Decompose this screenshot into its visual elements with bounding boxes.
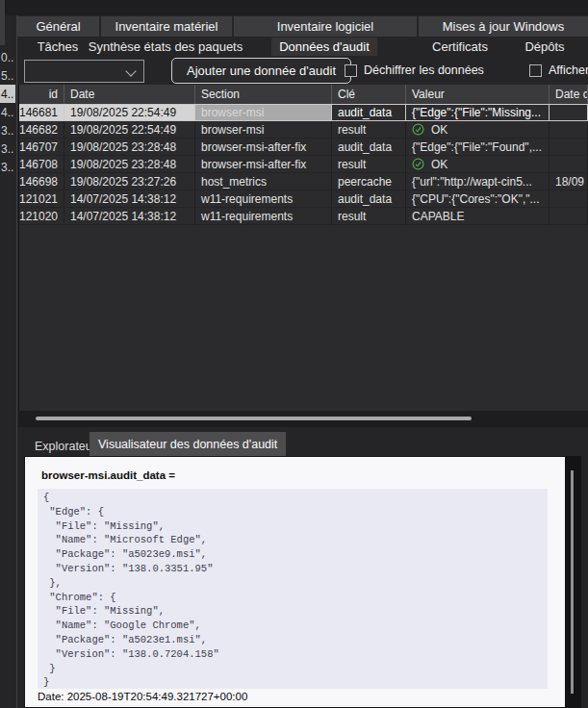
cell-id: 121021 bbox=[19, 190, 64, 208]
table-row-selected[interactable]: 146681 19/08/2025 22:54:49 browser-msi a… bbox=[19, 104, 588, 121]
checkbox-icon[interactable] bbox=[529, 64, 542, 77]
ok-check-icon bbox=[412, 158, 424, 170]
top-bar bbox=[0, 0, 588, 15]
list-item[interactable]: 3.. bbox=[0, 139, 15, 158]
cell-key: result bbox=[332, 121, 406, 139]
cell-value: {"CPU":{"Cores":"OK","... bbox=[406, 190, 550, 208]
table-row[interactable]: 146707 19/08/2025 23:28:48 browser-msi-a… bbox=[19, 139, 588, 156]
cell-date: 19/08/2025 23:27:26 bbox=[64, 173, 195, 190]
add-audit-data-button[interactable]: Ajouter une donnée d'audit bbox=[171, 58, 351, 84]
checkbox-label: Afficher bbox=[549, 63, 588, 77]
cell-date: 19/08/2025 22:54:49 bbox=[64, 104, 195, 121]
cell-section: browser-msi bbox=[195, 121, 332, 139]
cell-id: 146708 bbox=[19, 156, 64, 173]
cell-id: 146681 bbox=[19, 104, 64, 121]
cell-date2 bbox=[550, 121, 588, 139]
column-header-date-c[interactable]: Date c bbox=[550, 85, 588, 104]
cell-value: {"url":"http://wapt-cin5... bbox=[406, 173, 550, 190]
show-checkbox[interactable]: Afficher bbox=[529, 63, 588, 78]
cell-value: {"Edge":{"File":"Missing... bbox=[406, 104, 550, 121]
tab-mises-a-jour-windows[interactable]: Mises à jour Windows bbox=[419, 16, 588, 37]
cell-date: 19/08/2025 22:54:49 bbox=[64, 121, 195, 139]
table-row[interactable]: 121020 14/07/2025 14:38:12 w11-requireme… bbox=[19, 208, 588, 225]
cell-date: 14/07/2025 14:38:12 bbox=[64, 190, 195, 208]
cell-id: 121020 bbox=[19, 208, 64, 225]
checkbox-label: Déchiffrer les données bbox=[364, 63, 484, 77]
cell-date2 bbox=[550, 139, 588, 156]
column-header-cle[interactable]: Clé bbox=[332, 85, 406, 104]
cell-key: audit_data bbox=[332, 104, 406, 121]
left-accent-bar bbox=[0, 0, 5, 45]
tab-certificats[interactable]: Certificats bbox=[424, 38, 496, 56]
audit-filter-combobox[interactable] bbox=[24, 60, 144, 83]
tab-inventaire-materiel[interactable]: Inventaire matériel bbox=[101, 16, 232, 37]
tab-taches[interactable]: Tâches bbox=[30, 38, 87, 56]
cell-date: 19/08/2025 23:28:48 bbox=[64, 139, 195, 156]
list-item[interactable]: 0.. bbox=[0, 48, 15, 66]
cell-key: audit_data bbox=[332, 190, 406, 208]
cell-value: OK bbox=[406, 156, 550, 173]
cell-date: 14/07/2025 14:38:12 bbox=[64, 208, 195, 225]
list-item-selected[interactable]: 4.. bbox=[0, 85, 15, 103]
cell-date2 bbox=[550, 190, 588, 208]
cell-key: peercache bbox=[332, 173, 406, 190]
cell-value: OK bbox=[406, 121, 550, 139]
column-header-valeur[interactable]: Valeur bbox=[406, 85, 550, 104]
chevron-down-icon bbox=[125, 65, 136, 76]
tab-visualisateur-donnees-audit[interactable]: Visualisateur des données d'audit bbox=[89, 432, 286, 456]
list-item[interactable]: 3.. bbox=[0, 121, 15, 139]
column-header-section[interactable]: Section bbox=[195, 85, 332, 104]
horizontal-scrollbar[interactable] bbox=[18, 411, 588, 427]
cell-date2: 18/09 bbox=[550, 173, 588, 190]
tab-depots[interactable]: Dépôts bbox=[517, 38, 572, 56]
audit-data-viewer-panel: browser-msi.audit_data = { "Edge": { "Fi… bbox=[24, 456, 581, 708]
cell-section: browser-msi bbox=[195, 104, 332, 121]
cell-id: 146707 bbox=[19, 139, 64, 156]
wapt-console-window: 0.. 5.. 4.. 4.. 3.. 3.. 3.. Général Inve… bbox=[0, 0, 588, 708]
grid-header: id Date Section Clé Valeur Date c bbox=[19, 85, 588, 104]
cell-section: w11-requirements bbox=[195, 190, 332, 208]
list-item[interactable]: 5.. bbox=[0, 66, 15, 85]
cell-key: audit_data bbox=[332, 139, 406, 156]
cell-key: result bbox=[332, 208, 406, 225]
cell-date: 19/08/2025 23:28:48 bbox=[64, 156, 195, 173]
cell-id: 146682 bbox=[19, 121, 64, 139]
audit-date-label: Date: 2025-08-19T20:54:49.321727+00:00 bbox=[38, 691, 247, 702]
cell-date2 bbox=[550, 208, 588, 225]
json-content: { "Edge": { "File": "Missing", "Name": "… bbox=[38, 489, 548, 689]
vertical-scrollbar[interactable] bbox=[565, 457, 580, 707]
cell-id: 146698 bbox=[19, 173, 64, 190]
cell-section: browser-msi-after-fix bbox=[195, 139, 332, 156]
tab-donnees-audit[interactable]: Données d'audit bbox=[271, 38, 377, 56]
table-row[interactable]: 121021 14/07/2025 14:38:12 w11-requireme… bbox=[19, 190, 588, 208]
table-row[interactable]: 146708 19/08/2025 23:28:48 browser-msi-a… bbox=[19, 156, 588, 173]
tab-inventaire-logiciel[interactable]: Inventaire logiciel bbox=[234, 16, 417, 37]
main-tab-bar: Général Inventaire matériel Inventaire l… bbox=[17, 16, 588, 37]
cell-date2 bbox=[550, 104, 588, 121]
table-row[interactable]: 146698 19/08/2025 23:27:26 host_metrics … bbox=[19, 173, 588, 190]
panel-splitter[interactable] bbox=[16, 15, 17, 708]
cell-section: w11-requirements bbox=[195, 208, 332, 225]
list-item[interactable]: 4.. bbox=[0, 103, 15, 121]
cell-key: result bbox=[332, 156, 406, 173]
cell-section: host_metrics bbox=[195, 173, 332, 190]
column-header-date[interactable]: Date bbox=[64, 85, 195, 104]
table-row[interactable]: 146682 19/08/2025 22:54:49 browser-msi r… bbox=[19, 121, 588, 139]
viewer-heading: browser-msi.audit_data = bbox=[41, 469, 175, 481]
ok-check-icon bbox=[412, 123, 424, 136]
tab-synthese-etats-paquets[interactable]: Synthèse états des paquets bbox=[81, 38, 250, 56]
list-item[interactable]: 3.. bbox=[0, 158, 15, 176]
cell-value: {"Edge":{"File":"Found",... bbox=[406, 139, 550, 156]
cell-date2 bbox=[550, 156, 588, 173]
column-header-id[interactable]: id bbox=[19, 85, 64, 104]
cell-section: browser-msi-after-fix bbox=[195, 156, 332, 173]
audit-data-grid: id Date Section Clé Valeur Date c 146681… bbox=[18, 85, 588, 411]
checkbox-icon[interactable] bbox=[345, 64, 357, 77]
decrypt-data-checkbox[interactable]: Déchiffrer les données bbox=[345, 63, 484, 78]
horizontal-scrollbar-thumb[interactable] bbox=[36, 417, 472, 420]
tab-general[interactable]: Général bbox=[17, 16, 99, 37]
vertical-scrollbar-thumb[interactable] bbox=[571, 470, 574, 694]
cell-value: CAPABLE bbox=[406, 208, 550, 225]
